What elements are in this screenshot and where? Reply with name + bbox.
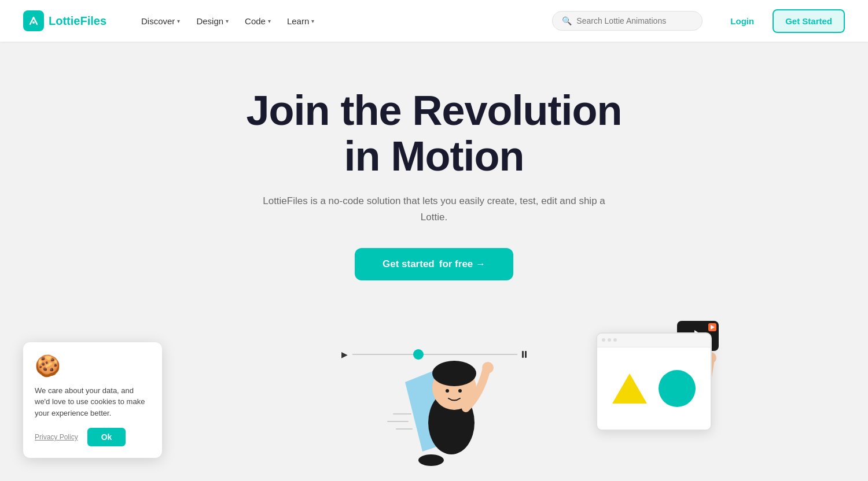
browser-dot-3 — [613, 338, 617, 342]
cookie-text: We care about your data, and we'd love t… — [35, 385, 150, 419]
nav-links: Discover ▾ Design ▾ Code ▾ Learn ▾ — [134, 12, 534, 31]
login-button[interactable]: Login — [721, 12, 763, 31]
svg-point-7 — [482, 362, 494, 373]
cookie-ok-button[interactable]: Ok — [87, 428, 126, 446]
cta-bold-text: Get started — [382, 258, 435, 270]
chevron-down-icon: ▾ — [177, 18, 180, 24]
chevron-down-icon: ▾ — [226, 18, 229, 24]
logo-icon — [23, 10, 44, 31]
shape-triangle — [612, 373, 647, 404]
svg-point-8 — [418, 454, 444, 466]
privacy-policy-link[interactable]: Privacy Policy — [35, 433, 78, 441]
navbar: LottieFiles Discover ▾ Design ▾ Code ▾ L… — [0, 0, 868, 42]
cookie-actions: Privacy Policy Ok — [35, 428, 150, 446]
chevron-down-icon: ▾ — [268, 18, 271, 24]
search-bar: 🔍 — [552, 11, 703, 31]
cta-rest-text: for free → — [439, 258, 486, 270]
hero-subtitle: LottieFiles is a no-code solution that l… — [260, 193, 608, 224]
hero-title: Join the Revolution in Motion — [246, 88, 621, 179]
person-illustration — [365, 324, 538, 477]
chevron-down-icon: ▾ — [311, 18, 314, 24]
search-icon: 🔍 — [562, 16, 572, 25]
nav-discover[interactable]: Discover ▾ — [134, 12, 187, 31]
lottie-badge — [708, 323, 716, 331]
nav-learn[interactable]: Learn ▾ — [280, 12, 321, 31]
browser-mockup — [596, 332, 712, 431]
nav-design[interactable]: Design ▾ — [189, 12, 236, 31]
browser-dot-1 — [602, 338, 605, 342]
hero-section: Join the Revolution in Motion LottieFile… — [0, 42, 868, 280]
hero-cta-button[interactable]: Get started for free → — [355, 248, 513, 280]
browser-topbar — [597, 334, 711, 347]
cookie-icon: 🍪 — [35, 354, 150, 378]
nav-right: Login Get Started — [721, 9, 845, 33]
browser-content — [597, 347, 711, 430]
browser-dot-2 — [608, 338, 611, 342]
search-input[interactable] — [576, 16, 693, 25]
svg-point-6 — [458, 389, 462, 393]
cookie-banner: 🍪 We care about your data, and we'd love… — [23, 342, 162, 458]
svg-point-5 — [446, 389, 449, 393]
nav-code[interactable]: Code ▾ — [238, 12, 278, 31]
play-icon[interactable]: ▶ — [341, 350, 348, 359]
svg-point-0 — [32, 21, 35, 24]
svg-point-4 — [432, 361, 476, 386]
lottie-play-icon — [711, 325, 715, 330]
shape-circle — [659, 370, 696, 407]
get-started-nav-button[interactable]: Get Started — [773, 9, 845, 33]
logo-text: LottieFiles — [49, 14, 106, 28]
logo[interactable]: LottieFiles — [23, 10, 106, 31]
